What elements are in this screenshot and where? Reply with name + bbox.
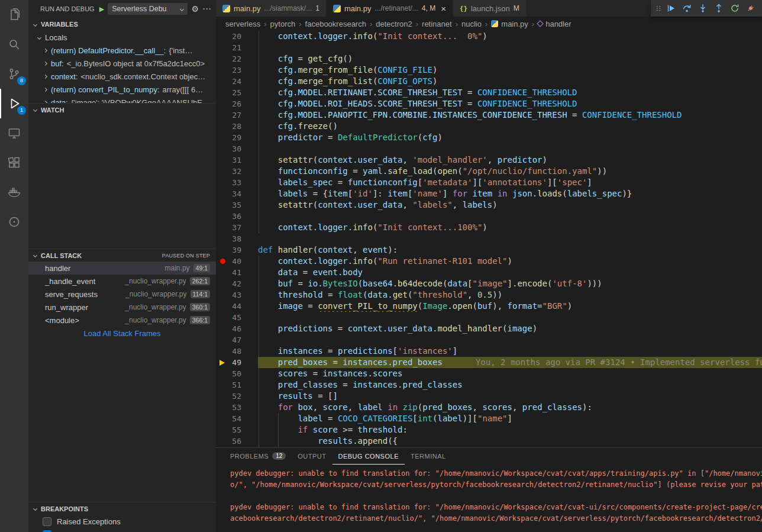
code-line[interactable]: 43 threshold = float(data.get("threshold…	[216, 289, 762, 301]
code-line[interactable]: 53 for box, score, label in zip(pred_box…	[216, 402, 762, 413]
code-line[interactable]: 45	[216, 312, 762, 323]
breakpoint-icon[interactable]	[220, 259, 225, 264]
watch-section-header[interactable]: WATCH	[28, 103, 216, 116]
gutter[interactable]: 50	[216, 368, 258, 379]
code-line[interactable]: 36	[216, 211, 762, 222]
gutter[interactable]: 51	[216, 379, 258, 391]
gutter[interactable]: 31	[216, 154, 258, 166]
gutter[interactable]: 49	[216, 357, 258, 368]
debug-console-output[interactable]: pydev debugger: unable to find translati…	[216, 465, 762, 532]
gutter[interactable]: 41	[216, 267, 258, 278]
activity-search-icon[interactable]	[0, 30, 28, 59]
code-line[interactable]: 42 buf = io.BytesIO(base64.b64decode(dat…	[216, 278, 762, 289]
gutter[interactable]: 52	[216, 391, 258, 402]
gutter[interactable]: 38	[216, 233, 258, 244]
code-line[interactable]: 32 functionconfig = yaml.safe_load(open(…	[216, 166, 762, 177]
code-line[interactable]: 37 context.logger.info("Init context...1…	[216, 222, 762, 233]
code-line[interactable]: 25 cfg.MODEL.RETINANET.SCORE_THRESH_TEST…	[216, 87, 762, 98]
code-line[interactable]: 20 context.logger.info("Init context... …	[216, 31, 762, 42]
variable-row[interactable]: buf:<_io.BytesIO object at 0x7f5a2dc1ecc…	[28, 57, 216, 70]
code-line[interactable]: 52 results = []	[216, 391, 762, 402]
gutter[interactable]: 26	[216, 98, 258, 109]
gear-icon[interactable]: ⚙	[191, 4, 199, 14]
code-line[interactable]: 23 cfg.merge_from_file(CONFIG_FILE)	[216, 65, 762, 76]
gutter[interactable]: 39	[216, 244, 258, 256]
start-debugging-icon[interactable]: ▶	[99, 5, 104, 13]
gutter[interactable]: 46	[216, 323, 258, 334]
code-line[interactable]: 46 predictions = context.user_data.model…	[216, 323, 762, 334]
code-line[interactable]: 33 labels_spec = functionconfig['metadat…	[216, 177, 762, 188]
code-line[interactable]: 40 context.logger.info("Run retinanet-R1…	[216, 256, 762, 267]
variables-section-header[interactable]: VARIABLES	[28, 18, 216, 31]
gutter[interactable]: 36	[216, 211, 258, 222]
editor-tab[interactable]: main.py.../siammask/...1	[216, 0, 327, 17]
activity-status-circle-icon[interactable]	[0, 207, 28, 237]
breakpoint-item[interactable]: ✓Uncaught Exceptions	[28, 528, 216, 532]
gutter[interactable]: 53	[216, 402, 258, 413]
breadcrumb-item[interactable]: handler	[538, 20, 571, 28]
editor-tab[interactable]: main.py.../retinanet/...4, M×	[327, 0, 453, 17]
step-into-button[interactable]	[695, 1, 711, 15]
toolbar-grip-handle[interactable]	[654, 1, 663, 15]
code-line[interactable]: 24 cfg.merge_from_list(CONFIG_OPTS)	[216, 76, 762, 87]
activity-source-control-icon[interactable]: 8	[0, 59, 28, 89]
editor-tab[interactable]: {}launch.jsonM	[453, 0, 527, 17]
code-line[interactable]: 29 predictor = DefaultPredictor(cfg)	[216, 132, 762, 143]
code-line[interactable]: 35 setattr(context.user_data, "labels", …	[216, 199, 762, 211]
breadcrumb-item[interactable]: nuclio	[461, 20, 482, 28]
breadcrumb-item[interactable]: main.py	[491, 20, 528, 28]
code-line[interactable]: 56 results.append({	[216, 436, 762, 447]
gutter[interactable]: 21	[216, 42, 258, 53]
panel-tab-terminal[interactable]: TERMINAL	[405, 448, 452, 465]
stack-frame[interactable]: serve_requests_nuclio_wrapper.py114:1	[28, 288, 216, 301]
checkbox[interactable]: ✓	[43, 530, 51, 532]
breadcrumb-item[interactable]: detectron2	[376, 20, 412, 28]
code-line[interactable]: 50 scores = instances.scores	[216, 368, 762, 379]
gutter[interactable]: 56	[216, 436, 258, 447]
gutter[interactable]: 48	[216, 346, 258, 357]
breakpoint-item[interactable]: Raised Exceptions	[28, 515, 216, 528]
code-line[interactable]: 22 cfg = get_cfg()	[216, 53, 762, 65]
gutter[interactable]: 54	[216, 413, 258, 424]
panel-tab-debug-console[interactable]: DEBUG CONSOLE	[332, 448, 405, 465]
code-line[interactable]: 31 setattr(context.user_data, 'model_han…	[216, 154, 762, 166]
stack-frame[interactable]: run_wrapper_nuclio_wrapper.py360:1	[28, 301, 216, 314]
scope-locals[interactable]: Locals	[28, 31, 216, 44]
continue-button[interactable]	[663, 1, 679, 15]
breakpoints-section-header[interactable]: BREAKPOINTS	[28, 502, 216, 515]
code-line[interactable]: 30	[216, 143, 762, 154]
gutter[interactable]: 37	[216, 222, 258, 233]
breadcrumb-item[interactable]: serverless	[225, 20, 260, 28]
gutter[interactable]: 28	[216, 121, 258, 132]
activity-extensions-icon[interactable]	[0, 148, 28, 178]
gutter[interactable]: 20	[216, 31, 258, 42]
gutter[interactable]: 29	[216, 132, 258, 143]
restart-button[interactable]	[727, 1, 742, 15]
activity-explorer-icon[interactable]	[0, 0, 28, 30]
load-all-stack-frames-link[interactable]: Load All Stack Frames	[28, 327, 216, 340]
breadcrumb-item[interactable]: facebookresearch	[305, 20, 366, 28]
activity-run-and-debug-icon[interactable]: 1	[0, 89, 28, 118]
code-line[interactable]: 41 data = event.body	[216, 267, 762, 278]
gutter[interactable]: 40	[216, 256, 258, 267]
variable-row[interactable]: data:{'image': 'iVBORw0KGgoAAAANSUhE…	[28, 96, 216, 103]
gutter[interactable]: 23	[216, 65, 258, 76]
code-line[interactable]: 55 if score >= threshold:	[216, 424, 762, 436]
code-line[interactable]: 47	[216, 334, 762, 346]
close-tab-icon[interactable]: ×	[441, 4, 446, 14]
code-line[interactable]: 27 cfg.MODEL.PANOPTIC_FPN.COMBINE.INSTAN…	[216, 109, 762, 121]
breadcrumb-item[interactable]: retinanet	[422, 20, 452, 28]
stack-frame[interactable]: _handle_event_nuclio_wrapper.py262:1	[28, 275, 216, 288]
panel-tab-problems[interactable]: PROBLEMS12	[224, 448, 292, 465]
gutter[interactable]: 32	[216, 166, 258, 177]
panel-tab-output[interactable]: OUTPUT	[292, 448, 332, 465]
gutter[interactable]: 25	[216, 87, 258, 98]
stack-frame[interactable]: <module>_nuclio_wrapper.py366:1	[28, 314, 216, 327]
gutter[interactable]: 44	[216, 301, 258, 312]
code-line[interactable]: 54 label = COCO_CATEGORIES[int(label)]["…	[216, 413, 762, 424]
breadcrumb-item[interactable]: pytorch	[270, 20, 296, 28]
variable-row[interactable]: context:<nuclio_sdk.context.Context obje…	[28, 70, 216, 83]
code-line[interactable]: 48 instances = predictions['instances']	[216, 346, 762, 357]
disconnect-button[interactable]	[743, 1, 758, 15]
gutter[interactable]: 34	[216, 188, 258, 199]
